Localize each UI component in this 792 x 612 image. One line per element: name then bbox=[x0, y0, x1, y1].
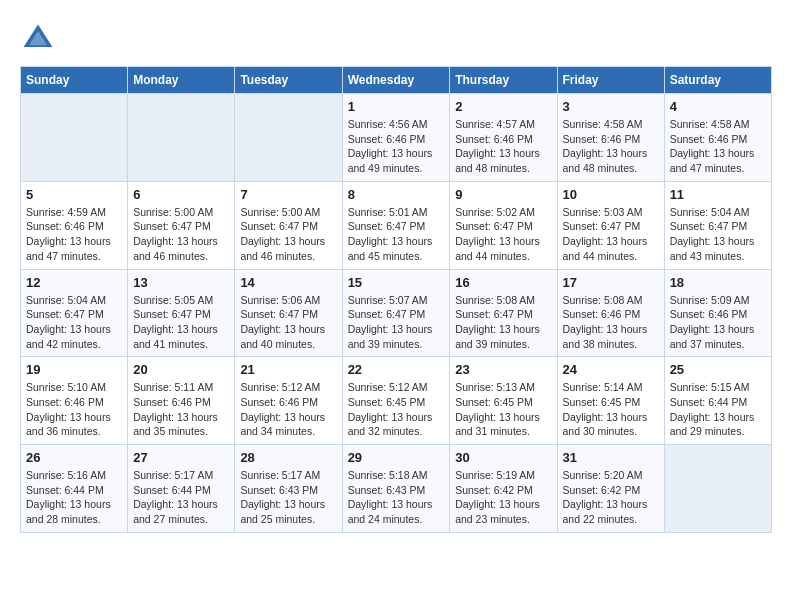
day-info: Sunrise: 5:04 AMSunset: 6:47 PMDaylight:… bbox=[670, 205, 766, 264]
logo bbox=[20, 20, 60, 56]
day-info: Sunrise: 5:00 AMSunset: 6:47 PMDaylight:… bbox=[133, 205, 229, 264]
day-info: Sunrise: 5:15 AMSunset: 6:44 PMDaylight:… bbox=[670, 380, 766, 439]
calendar-cell: 16Sunrise: 5:08 AMSunset: 6:47 PMDayligh… bbox=[450, 269, 557, 357]
day-number: 19 bbox=[26, 362, 122, 377]
day-number: 11 bbox=[670, 187, 766, 202]
calendar-cell bbox=[235, 94, 342, 182]
calendar-table: SundayMondayTuesdayWednesdayThursdayFrid… bbox=[20, 66, 772, 533]
calendar-cell: 19Sunrise: 5:10 AMSunset: 6:46 PMDayligh… bbox=[21, 357, 128, 445]
day-info: Sunrise: 5:02 AMSunset: 6:47 PMDaylight:… bbox=[455, 205, 551, 264]
day-number: 27 bbox=[133, 450, 229, 465]
day-info: Sunrise: 5:20 AMSunset: 6:42 PMDaylight:… bbox=[563, 468, 659, 527]
header-sunday: Sunday bbox=[21, 67, 128, 94]
calendar-week-row: 19Sunrise: 5:10 AMSunset: 6:46 PMDayligh… bbox=[21, 357, 772, 445]
calendar-week-row: 5Sunrise: 4:59 AMSunset: 6:46 PMDaylight… bbox=[21, 181, 772, 269]
header-tuesday: Tuesday bbox=[235, 67, 342, 94]
day-number: 17 bbox=[563, 275, 659, 290]
calendar-cell: 2Sunrise: 4:57 AMSunset: 6:46 PMDaylight… bbox=[450, 94, 557, 182]
day-info: Sunrise: 4:58 AMSunset: 6:46 PMDaylight:… bbox=[563, 117, 659, 176]
day-info: Sunrise: 4:56 AMSunset: 6:46 PMDaylight:… bbox=[348, 117, 445, 176]
calendar-header-row: SundayMondayTuesdayWednesdayThursdayFrid… bbox=[21, 67, 772, 94]
day-info: Sunrise: 4:58 AMSunset: 6:46 PMDaylight:… bbox=[670, 117, 766, 176]
day-info: Sunrise: 5:16 AMSunset: 6:44 PMDaylight:… bbox=[26, 468, 122, 527]
day-number: 30 bbox=[455, 450, 551, 465]
day-info: Sunrise: 5:18 AMSunset: 6:43 PMDaylight:… bbox=[348, 468, 445, 527]
day-number: 5 bbox=[26, 187, 122, 202]
day-info: Sunrise: 5:08 AMSunset: 6:46 PMDaylight:… bbox=[563, 293, 659, 352]
calendar-cell: 7Sunrise: 5:00 AMSunset: 6:47 PMDaylight… bbox=[235, 181, 342, 269]
day-number: 3 bbox=[563, 99, 659, 114]
day-info: Sunrise: 5:12 AMSunset: 6:46 PMDaylight:… bbox=[240, 380, 336, 439]
day-number: 24 bbox=[563, 362, 659, 377]
calendar-cell: 26Sunrise: 5:16 AMSunset: 6:44 PMDayligh… bbox=[21, 445, 128, 533]
day-number: 16 bbox=[455, 275, 551, 290]
calendar-cell: 1Sunrise: 4:56 AMSunset: 6:46 PMDaylight… bbox=[342, 94, 450, 182]
day-info: Sunrise: 4:57 AMSunset: 6:46 PMDaylight:… bbox=[455, 117, 551, 176]
calendar-cell: 31Sunrise: 5:20 AMSunset: 6:42 PMDayligh… bbox=[557, 445, 664, 533]
calendar-week-row: 12Sunrise: 5:04 AMSunset: 6:47 PMDayligh… bbox=[21, 269, 772, 357]
day-number: 14 bbox=[240, 275, 336, 290]
page-header bbox=[20, 20, 772, 56]
calendar-cell: 9Sunrise: 5:02 AMSunset: 6:47 PMDaylight… bbox=[450, 181, 557, 269]
calendar-cell: 22Sunrise: 5:12 AMSunset: 6:45 PMDayligh… bbox=[342, 357, 450, 445]
calendar-cell: 24Sunrise: 5:14 AMSunset: 6:45 PMDayligh… bbox=[557, 357, 664, 445]
calendar-cell: 13Sunrise: 5:05 AMSunset: 6:47 PMDayligh… bbox=[128, 269, 235, 357]
calendar-cell: 30Sunrise: 5:19 AMSunset: 6:42 PMDayligh… bbox=[450, 445, 557, 533]
calendar-cell: 29Sunrise: 5:18 AMSunset: 6:43 PMDayligh… bbox=[342, 445, 450, 533]
day-number: 18 bbox=[670, 275, 766, 290]
day-info: Sunrise: 5:13 AMSunset: 6:45 PMDaylight:… bbox=[455, 380, 551, 439]
day-info: Sunrise: 5:17 AMSunset: 6:44 PMDaylight:… bbox=[133, 468, 229, 527]
day-number: 8 bbox=[348, 187, 445, 202]
day-number: 22 bbox=[348, 362, 445, 377]
day-info: Sunrise: 5:08 AMSunset: 6:47 PMDaylight:… bbox=[455, 293, 551, 352]
calendar-cell: 15Sunrise: 5:07 AMSunset: 6:47 PMDayligh… bbox=[342, 269, 450, 357]
calendar-cell bbox=[128, 94, 235, 182]
day-info: Sunrise: 5:12 AMSunset: 6:45 PMDaylight:… bbox=[348, 380, 445, 439]
calendar-week-row: 26Sunrise: 5:16 AMSunset: 6:44 PMDayligh… bbox=[21, 445, 772, 533]
calendar-cell bbox=[21, 94, 128, 182]
logo-icon bbox=[20, 20, 56, 56]
day-number: 20 bbox=[133, 362, 229, 377]
day-info: Sunrise: 5:00 AMSunset: 6:47 PMDaylight:… bbox=[240, 205, 336, 264]
calendar-cell: 23Sunrise: 5:13 AMSunset: 6:45 PMDayligh… bbox=[450, 357, 557, 445]
calendar-cell: 10Sunrise: 5:03 AMSunset: 6:47 PMDayligh… bbox=[557, 181, 664, 269]
day-number: 21 bbox=[240, 362, 336, 377]
header-thursday: Thursday bbox=[450, 67, 557, 94]
day-info: Sunrise: 5:01 AMSunset: 6:47 PMDaylight:… bbox=[348, 205, 445, 264]
calendar-cell: 11Sunrise: 5:04 AMSunset: 6:47 PMDayligh… bbox=[664, 181, 771, 269]
calendar-cell: 3Sunrise: 4:58 AMSunset: 6:46 PMDaylight… bbox=[557, 94, 664, 182]
calendar-cell: 14Sunrise: 5:06 AMSunset: 6:47 PMDayligh… bbox=[235, 269, 342, 357]
calendar-cell: 8Sunrise: 5:01 AMSunset: 6:47 PMDaylight… bbox=[342, 181, 450, 269]
day-info: Sunrise: 5:07 AMSunset: 6:47 PMDaylight:… bbox=[348, 293, 445, 352]
day-number: 9 bbox=[455, 187, 551, 202]
calendar-cell: 18Sunrise: 5:09 AMSunset: 6:46 PMDayligh… bbox=[664, 269, 771, 357]
day-info: Sunrise: 4:59 AMSunset: 6:46 PMDaylight:… bbox=[26, 205, 122, 264]
day-info: Sunrise: 5:10 AMSunset: 6:46 PMDaylight:… bbox=[26, 380, 122, 439]
calendar-cell: 4Sunrise: 4:58 AMSunset: 6:46 PMDaylight… bbox=[664, 94, 771, 182]
day-info: Sunrise: 5:05 AMSunset: 6:47 PMDaylight:… bbox=[133, 293, 229, 352]
day-info: Sunrise: 5:14 AMSunset: 6:45 PMDaylight:… bbox=[563, 380, 659, 439]
day-info: Sunrise: 5:09 AMSunset: 6:46 PMDaylight:… bbox=[670, 293, 766, 352]
calendar-cell: 20Sunrise: 5:11 AMSunset: 6:46 PMDayligh… bbox=[128, 357, 235, 445]
day-number: 29 bbox=[348, 450, 445, 465]
day-number: 13 bbox=[133, 275, 229, 290]
day-number: 4 bbox=[670, 99, 766, 114]
calendar-cell bbox=[664, 445, 771, 533]
day-number: 10 bbox=[563, 187, 659, 202]
calendar-cell: 6Sunrise: 5:00 AMSunset: 6:47 PMDaylight… bbox=[128, 181, 235, 269]
day-number: 2 bbox=[455, 99, 551, 114]
day-number: 7 bbox=[240, 187, 336, 202]
calendar-week-row: 1Sunrise: 4:56 AMSunset: 6:46 PMDaylight… bbox=[21, 94, 772, 182]
calendar-cell: 25Sunrise: 5:15 AMSunset: 6:44 PMDayligh… bbox=[664, 357, 771, 445]
header-saturday: Saturday bbox=[664, 67, 771, 94]
header-wednesday: Wednesday bbox=[342, 67, 450, 94]
calendar-cell: 21Sunrise: 5:12 AMSunset: 6:46 PMDayligh… bbox=[235, 357, 342, 445]
day-info: Sunrise: 5:06 AMSunset: 6:47 PMDaylight:… bbox=[240, 293, 336, 352]
day-number: 12 bbox=[26, 275, 122, 290]
day-info: Sunrise: 5:11 AMSunset: 6:46 PMDaylight:… bbox=[133, 380, 229, 439]
day-number: 1 bbox=[348, 99, 445, 114]
calendar-cell: 17Sunrise: 5:08 AMSunset: 6:46 PMDayligh… bbox=[557, 269, 664, 357]
day-number: 28 bbox=[240, 450, 336, 465]
day-info: Sunrise: 5:19 AMSunset: 6:42 PMDaylight:… bbox=[455, 468, 551, 527]
day-number: 6 bbox=[133, 187, 229, 202]
